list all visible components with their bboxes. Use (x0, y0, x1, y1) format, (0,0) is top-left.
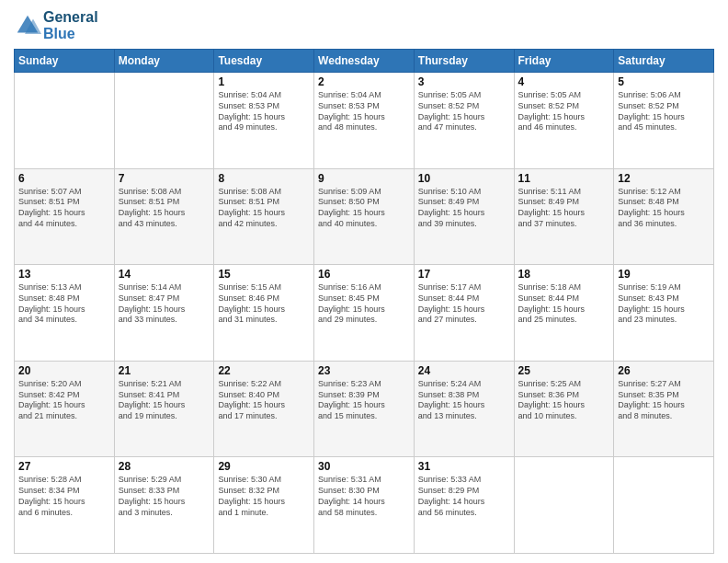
day-number: 25 (518, 364, 610, 377)
cell-info: Sunrise: 5:11 AM Sunset: 8:49 PM Dayligh… (518, 187, 610, 230)
weekday-header: Friday (514, 50, 614, 73)
calendar-cell: 24Sunrise: 5:24 AM Sunset: 8:38 PM Dayli… (414, 361, 514, 457)
day-number: 18 (518, 268, 610, 281)
calendar-cell: 8Sunrise: 5:08 AM Sunset: 8:51 PM Daylig… (214, 168, 314, 265)
cell-info: Sunrise: 5:28 AM Sunset: 8:34 PM Dayligh… (18, 475, 110, 518)
cell-info: Sunrise: 5:18 AM Sunset: 8:44 PM Dayligh… (518, 282, 610, 326)
calendar-cell: 27Sunrise: 5:28 AM Sunset: 8:34 PM Dayli… (15, 457, 115, 554)
header: General Blue (14, 9, 714, 41)
day-number: 8 (218, 172, 310, 185)
day-number: 23 (318, 364, 410, 377)
cell-info: Sunrise: 5:13 AM Sunset: 8:48 PM Dayligh… (18, 282, 110, 326)
day-number: 29 (218, 460, 310, 473)
day-number: 11 (518, 172, 610, 185)
weekday-header: Tuesday (214, 50, 314, 73)
day-number: 26 (618, 364, 710, 377)
calendar-cell: 22Sunrise: 5:22 AM Sunset: 8:40 PM Dayli… (214, 361, 314, 457)
calendar-cell: 1Sunrise: 5:04 AM Sunset: 8:53 PM Daylig… (214, 73, 314, 169)
calendar-cell: 18Sunrise: 5:18 AM Sunset: 8:44 PM Dayli… (514, 265, 614, 362)
cell-info: Sunrise: 5:06 AM Sunset: 8:52 PM Dayligh… (618, 90, 710, 133)
day-number: 13 (18, 268, 110, 281)
cell-info: Sunrise: 5:33 AM Sunset: 8:29 PM Dayligh… (418, 475, 510, 518)
weekday-header: Monday (114, 50, 214, 73)
logo-icon (14, 12, 41, 40)
calendar-week-row: 27Sunrise: 5:28 AM Sunset: 8:34 PM Dayli… (15, 457, 714, 554)
weekday-header-row: SundayMondayTuesdayWednesdayThursdayFrid… (15, 50, 714, 73)
calendar-cell: 16Sunrise: 5:16 AM Sunset: 8:45 PM Dayli… (314, 265, 415, 362)
calendar-cell: 5Sunrise: 5:06 AM Sunset: 8:52 PM Daylig… (614, 73, 714, 169)
cell-info: Sunrise: 5:14 AM Sunset: 8:47 PM Dayligh… (119, 282, 210, 326)
day-number: 31 (418, 460, 510, 473)
calendar-cell: 4Sunrise: 5:05 AM Sunset: 8:52 PM Daylig… (514, 73, 614, 169)
cell-info: Sunrise: 5:08 AM Sunset: 8:51 PM Dayligh… (218, 187, 310, 230)
calendar-table: SundayMondayTuesdayWednesdayThursdayFrid… (14, 49, 714, 554)
day-number: 10 (418, 172, 510, 185)
weekday-header: Sunday (15, 50, 115, 73)
logo-text-line2: Blue (43, 26, 98, 42)
calendar-cell: 14Sunrise: 5:14 AM Sunset: 8:47 PM Dayli… (114, 265, 214, 362)
cell-info: Sunrise: 5:24 AM Sunset: 8:38 PM Dayligh… (418, 379, 510, 422)
calendar-week-row: 6Sunrise: 5:07 AM Sunset: 8:51 PM Daylig… (15, 168, 714, 265)
day-number: 19 (618, 268, 710, 281)
calendar-cell (114, 73, 214, 169)
day-number: 9 (318, 172, 410, 185)
day-number: 21 (119, 364, 210, 377)
calendar-cell: 13Sunrise: 5:13 AM Sunset: 8:48 PM Dayli… (15, 265, 115, 362)
cell-info: Sunrise: 5:31 AM Sunset: 8:30 PM Dayligh… (318, 475, 410, 518)
cell-info: Sunrise: 5:20 AM Sunset: 8:42 PM Dayligh… (18, 379, 110, 422)
weekday-header: Wednesday (314, 50, 415, 73)
day-number: 14 (119, 268, 210, 281)
cell-info: Sunrise: 5:07 AM Sunset: 8:51 PM Dayligh… (18, 187, 110, 230)
day-number: 12 (618, 172, 710, 185)
day-number: 6 (18, 172, 110, 185)
calendar-cell (614, 457, 714, 554)
calendar-cell: 17Sunrise: 5:17 AM Sunset: 8:44 PM Dayli… (414, 265, 514, 362)
day-number: 24 (418, 364, 510, 377)
day-number: 17 (418, 268, 510, 281)
day-number: 28 (119, 460, 210, 473)
cell-info: Sunrise: 5:17 AM Sunset: 8:44 PM Dayligh… (418, 282, 510, 326)
calendar-week-row: 13Sunrise: 5:13 AM Sunset: 8:48 PM Dayli… (15, 265, 714, 362)
calendar-cell: 31Sunrise: 5:33 AM Sunset: 8:29 PM Dayli… (414, 457, 514, 554)
calendar-page: General Blue SundayMondayTuesdayWednesda… (0, 0, 728, 563)
logo-text-line1: General (43, 9, 98, 26)
cell-info: Sunrise: 5:04 AM Sunset: 8:53 PM Dayligh… (218, 90, 310, 133)
cell-info: Sunrise: 5:15 AM Sunset: 8:46 PM Dayligh… (218, 282, 310, 326)
cell-info: Sunrise: 5:19 AM Sunset: 8:43 PM Dayligh… (618, 282, 710, 326)
calendar-cell (15, 73, 115, 169)
weekday-header: Saturday (614, 50, 714, 73)
calendar-cell: 21Sunrise: 5:21 AM Sunset: 8:41 PM Dayli… (114, 361, 214, 457)
cell-info: Sunrise: 5:22 AM Sunset: 8:40 PM Dayligh… (218, 379, 310, 422)
cell-info: Sunrise: 5:05 AM Sunset: 8:52 PM Dayligh… (518, 90, 610, 133)
calendar-cell: 6Sunrise: 5:07 AM Sunset: 8:51 PM Daylig… (15, 168, 115, 265)
day-number: 20 (18, 364, 110, 377)
calendar-cell: 28Sunrise: 5:29 AM Sunset: 8:33 PM Dayli… (114, 457, 214, 554)
day-number: 5 (618, 75, 710, 88)
day-number: 1 (218, 75, 310, 88)
cell-info: Sunrise: 5:04 AM Sunset: 8:53 PM Dayligh… (318, 90, 410, 133)
calendar-cell (514, 457, 614, 554)
day-number: 30 (318, 460, 410, 473)
cell-info: Sunrise: 5:16 AM Sunset: 8:45 PM Dayligh… (318, 282, 410, 326)
calendar-cell: 19Sunrise: 5:19 AM Sunset: 8:43 PM Dayli… (614, 265, 714, 362)
calendar-cell: 25Sunrise: 5:25 AM Sunset: 8:36 PM Dayli… (514, 361, 614, 457)
cell-info: Sunrise: 5:25 AM Sunset: 8:36 PM Dayligh… (518, 379, 610, 422)
logo: General Blue (14, 9, 98, 41)
day-number: 4 (518, 75, 610, 88)
day-number: 27 (18, 460, 110, 473)
cell-info: Sunrise: 5:12 AM Sunset: 8:48 PM Dayligh… (618, 187, 710, 230)
cell-info: Sunrise: 5:09 AM Sunset: 8:50 PM Dayligh… (318, 187, 410, 230)
day-number: 2 (318, 75, 410, 88)
calendar-week-row: 1Sunrise: 5:04 AM Sunset: 8:53 PM Daylig… (15, 73, 714, 169)
calendar-cell: 30Sunrise: 5:31 AM Sunset: 8:30 PM Dayli… (314, 457, 415, 554)
cell-info: Sunrise: 5:05 AM Sunset: 8:52 PM Dayligh… (418, 90, 510, 133)
calendar-cell: 23Sunrise: 5:23 AM Sunset: 8:39 PM Dayli… (314, 361, 415, 457)
calendar-cell: 12Sunrise: 5:12 AM Sunset: 8:48 PM Dayli… (614, 168, 714, 265)
cell-info: Sunrise: 5:29 AM Sunset: 8:33 PM Dayligh… (119, 475, 210, 518)
day-number: 7 (119, 172, 210, 185)
calendar-cell: 11Sunrise: 5:11 AM Sunset: 8:49 PM Dayli… (514, 168, 614, 265)
cell-info: Sunrise: 5:27 AM Sunset: 8:35 PM Dayligh… (618, 379, 710, 422)
calendar-cell: 2Sunrise: 5:04 AM Sunset: 8:53 PM Daylig… (314, 73, 415, 169)
calendar-cell: 20Sunrise: 5:20 AM Sunset: 8:42 PM Dayli… (15, 361, 115, 457)
calendar-cell: 10Sunrise: 5:10 AM Sunset: 8:49 PM Dayli… (414, 168, 514, 265)
